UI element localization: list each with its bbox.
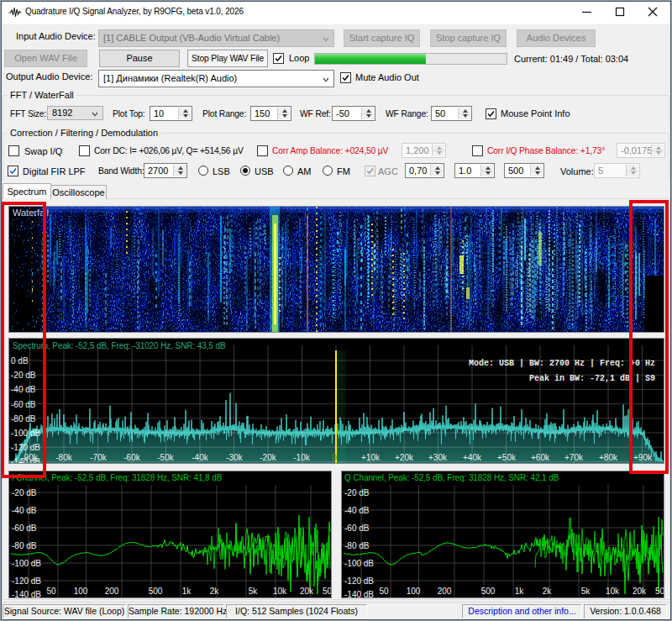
svg-text:-80k: -80k: [55, 453, 72, 462]
svg-text:+70k: +70k: [564, 453, 584, 462]
svg-text:-120 dB: -120 dB: [12, 576, 41, 586]
svg-text:-30k: -30k: [226, 453, 243, 462]
svg-text:-60 dB: -60 dB: [344, 524, 370, 533]
svg-text:20k: 20k: [633, 587, 647, 596]
svg-text:+20k: +20k: [395, 453, 414, 462]
svg-text:Mode: USB | BW: 2700 Hz | Freq: Mode: USB | BW: 2700 Hz | Freq: +0 Hz: [469, 359, 655, 368]
svg-text:1k: 1k: [515, 587, 525, 596]
svg-text:-20k: -20k: [260, 453, 276, 462]
svg-text:-50k: -50k: [157, 453, 174, 462]
svg-text:-80 dB: -80 dB: [12, 541, 37, 550]
svg-text:100: 100: [74, 587, 88, 596]
svg-text:10k: 10k: [273, 587, 287, 596]
svg-text:50: 50: [379, 587, 389, 596]
svg-text:-70k: -70k: [90, 453, 107, 462]
svg-text:+50k: +50k: [497, 453, 517, 462]
svg-text:-40 dB: -40 dB: [12, 506, 37, 515]
svg-text:10k: 10k: [606, 587, 620, 596]
svg-text:-20 dB: -20 dB: [12, 488, 37, 497]
svg-text:-20 dB: -20 dB: [344, 488, 370, 497]
svg-text:-40k: -40k: [192, 453, 208, 462]
svg-text:200: 200: [438, 587, 452, 596]
svg-text:0: 0: [332, 453, 337, 462]
svg-text:+30k: +30k: [428, 453, 448, 462]
svg-text:100: 100: [407, 587, 421, 596]
svg-text:-100 dB: -100 dB: [344, 559, 374, 568]
svg-text:-60k: -60k: [123, 453, 140, 462]
svg-text:2k: 2k: [543, 587, 553, 596]
svg-text:-60 dB: -60 dB: [12, 524, 37, 533]
svg-text:-40 dB: -40 dB: [344, 506, 370, 515]
svg-text:+80k: +80k: [599, 453, 618, 462]
svg-text:500: 500: [481, 587, 496, 596]
svg-text:-140 dB: -140 dB: [344, 590, 374, 597]
svg-text:500: 500: [149, 587, 163, 596]
svg-text:-10k: -10k: [293, 453, 310, 462]
svg-text:5k: 5k: [249, 587, 259, 596]
svg-text:-140 dB: -140 dB: [12, 590, 41, 597]
svg-text:1k: 1k: [182, 587, 192, 596]
svg-text:+60k: +60k: [531, 453, 550, 462]
svg-text:5k: 5k: [581, 587, 591, 596]
svg-text:+40k: +40k: [463, 453, 482, 462]
svg-text:2k: 2k: [210, 587, 220, 596]
svg-text:-80 dB: -80 dB: [344, 541, 370, 550]
svg-text:-120 dB: -120 dB: [344, 576, 374, 586]
svg-text:50k: 50k: [655, 587, 664, 596]
svg-text:20k: 20k: [300, 587, 314, 596]
svg-text:+10k: +10k: [361, 453, 381, 462]
svg-text:50: 50: [46, 587, 56, 596]
svg-text:Q Channel, Peak: -52,5 dB, Fre: Q Channel, Peak: -52,5 dB, Freq: 31828 H…: [344, 473, 559, 482]
svg-text:50k: 50k: [323, 587, 331, 596]
svg-text:200: 200: [105, 587, 119, 596]
svg-text:-100 dB: -100 dB: [12, 559, 41, 568]
